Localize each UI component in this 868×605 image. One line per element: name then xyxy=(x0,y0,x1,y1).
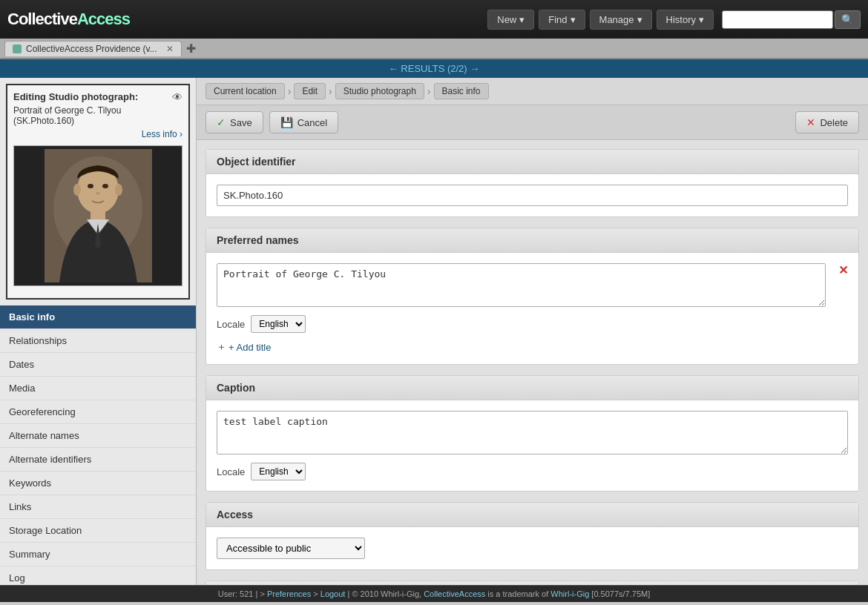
new-tab-icon[interactable]: ✚ xyxy=(186,42,196,56)
svg-point-5 xyxy=(102,184,108,188)
preferred-names-body: ✕ Locale English ＋ + Add title xyxy=(206,253,858,364)
portrait-image xyxy=(45,149,152,282)
sidebar-item-log[interactable]: Log xyxy=(0,566,196,585)
thumbnail-image xyxy=(45,149,152,282)
manage-button[interactable]: Manage ▾ xyxy=(590,10,652,30)
sidebar-item-media[interactable]: Media xyxy=(0,377,196,400)
sidebar-item-basic-info[interactable]: Basic info xyxy=(0,305,196,329)
cancel-button[interactable]: 💾 Cancel xyxy=(269,111,338,133)
sidebar-item-dates[interactable]: Dates xyxy=(0,353,196,377)
thumbnail-container xyxy=(13,145,183,286)
breadcrumb-item-basic-info[interactable]: Basic info xyxy=(434,83,489,99)
add-title-label: + Add title xyxy=(228,342,271,353)
find-dropdown-icon: ▾ xyxy=(571,14,576,25)
status-header: Status xyxy=(206,581,858,585)
sidebar-item-summary[interactable]: Summary xyxy=(0,543,196,566)
caption-section: Caption Locale English xyxy=(206,375,859,492)
caption-header: Caption xyxy=(206,376,858,400)
editing-title: Editing Studio photograph: xyxy=(13,91,138,102)
footer-version: [0.5077s/7.75M] xyxy=(591,589,650,598)
breadcrumb-item-studio-photograph[interactable]: Studio photograph xyxy=(335,83,424,99)
find-label: Find xyxy=(548,14,567,25)
find-button[interactable]: Find ▾ xyxy=(539,10,585,30)
footer-sep1: > xyxy=(313,589,320,598)
browser-tabbar: CollectiveAccess Providence (v... ✕ ✚ xyxy=(0,39,868,59)
tab-title: CollectiveAccess Providence (v... xyxy=(26,44,157,54)
new-dropdown-icon: ▾ xyxy=(519,14,525,25)
tab-favicon xyxy=(13,44,22,53)
whirl-link[interactable]: Whirl-i-Gig xyxy=(550,589,589,598)
remove-preferred-name-button[interactable]: ✕ xyxy=(838,263,848,277)
results-text: ← RESULTS (2/2) → xyxy=(389,63,480,74)
sidebar-item-georeferencing[interactable]: Georeferencing xyxy=(0,400,196,424)
new-label: New xyxy=(497,14,516,25)
preferences-link[interactable]: Preferences xyxy=(267,589,311,598)
footer: User: 521 | > Preferences > Logout | © 2… xyxy=(0,585,868,602)
sidebar-item-alternate-names[interactable]: Alternate names xyxy=(0,424,196,448)
search-button[interactable]: 🔍 xyxy=(835,10,861,29)
breadcrumb-item-current-location[interactable]: Current location xyxy=(206,83,285,99)
ca-link[interactable]: CollectiveAccess xyxy=(424,589,485,598)
new-button[interactable]: New ▾ xyxy=(487,10,534,30)
breadcrumb-separator: › xyxy=(329,85,332,97)
caption-body: Locale English xyxy=(206,400,858,491)
sidebar-item-links[interactable]: Links xyxy=(0,495,196,519)
preferred-names-textarea[interactable] xyxy=(217,263,826,307)
locale-select-pn[interactable]: English xyxy=(251,315,306,333)
add-title-link[interactable]: ＋ + Add title xyxy=(217,340,271,354)
sidebar-item-relationships[interactable]: Relationships xyxy=(0,329,196,353)
manage-label: Manage xyxy=(599,14,634,25)
save-icon: ✓ xyxy=(217,116,226,128)
object-identifier-header: Object identifier xyxy=(206,150,858,174)
access-title: Access xyxy=(217,509,253,520)
access-section: Access Accessible to publicNot accessibl… xyxy=(206,502,859,570)
history-label: History xyxy=(666,14,696,25)
breadcrumb-item-edit[interactable]: Edit xyxy=(294,83,326,99)
logo-text-access: Access xyxy=(77,10,130,28)
breadcrumb-separator: › xyxy=(288,85,292,97)
caption-textarea[interactable] xyxy=(217,411,848,454)
status-section: Status CompletedIn progressEditingNeeds … xyxy=(206,581,859,585)
access-header: Access xyxy=(206,503,858,527)
delete-button[interactable]: ✕ Delete xyxy=(795,111,859,133)
sidebar-item-storage-location[interactable]: Storage Location xyxy=(0,519,196,543)
svg-point-7 xyxy=(115,184,122,196)
sidebar-item-alternate-identifiers[interactable]: Alternate identifiers xyxy=(0,448,196,472)
object-identifier-title: Object identifier xyxy=(217,156,296,168)
logout-link[interactable]: Logout xyxy=(320,589,346,598)
sidebar-nav: Basic infoRelationshipsDatesMediaGeorefe… xyxy=(0,305,196,585)
eye-icon[interactable]: 👁 xyxy=(172,91,183,103)
search-icon: 🔍 xyxy=(841,14,854,25)
breadcrumb-separator: › xyxy=(427,85,431,97)
sidebar-item-keywords[interactable]: Keywords xyxy=(0,472,196,495)
editing-subtitle: Portrait of George C. Tilyou (SK.Photo.1… xyxy=(13,105,183,126)
tab-close-icon[interactable]: ✕ xyxy=(166,44,174,54)
browser-tab[interactable]: CollectiveAccess Providence (v... ✕ xyxy=(4,41,182,56)
delete-icon: ✕ xyxy=(806,116,815,128)
less-info-link[interactable]: Less info › xyxy=(13,129,183,139)
app-logo: CollectiveAccess xyxy=(7,10,130,29)
results-bar[interactable]: ← RESULTS (2/2) → xyxy=(0,59,868,78)
search-input[interactable] xyxy=(722,10,833,29)
history-button[interactable]: History ▾ xyxy=(657,10,714,30)
add-title-icon: ＋ xyxy=(217,340,226,354)
locale-label-cap: Locale xyxy=(217,466,245,477)
access-body: Accessible to publicNot accessible to pu… xyxy=(206,527,858,569)
locale-label-pn: Locale xyxy=(217,319,245,330)
logo-text-collective: Collective xyxy=(7,10,77,28)
access-select[interactable]: Accessible to publicNot accessible to pu… xyxy=(217,538,365,559)
footer-trademark: is a trademark of xyxy=(487,589,550,598)
svg-point-4 xyxy=(88,184,93,188)
delete-label: Delete xyxy=(820,117,848,128)
object-identifier-input[interactable] xyxy=(217,185,848,206)
editing-box: Editing Studio photograph: 👁 Portrait of… xyxy=(6,84,190,300)
save-button[interactable]: ✓ Save xyxy=(206,111,263,133)
top-navigation: CollectiveAccess New ▾ Find ▾ Manage ▾ H… xyxy=(0,0,868,39)
preferred-names-header: Preferred names xyxy=(206,228,858,253)
cancel-icon: 💾 xyxy=(280,116,293,128)
footer-user: User: 521 | > xyxy=(218,589,267,598)
caption-locale-row: Locale English xyxy=(217,463,848,480)
preferred-names-section: Preferred names ✕ Locale English ＋ + Add… xyxy=(206,228,859,365)
svg-point-6 xyxy=(73,184,81,196)
locale-select-cap[interactable]: English xyxy=(251,463,306,480)
